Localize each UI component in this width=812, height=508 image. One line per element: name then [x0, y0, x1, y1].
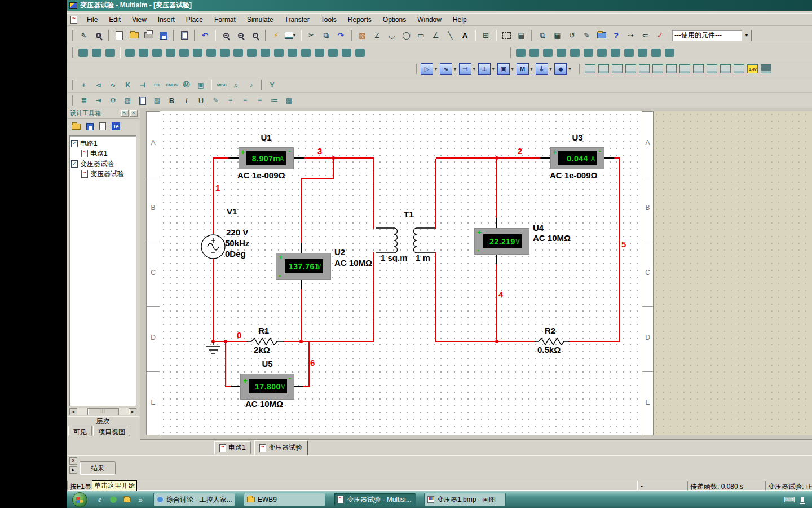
spreadsheet-icon[interactable]: ▦: [551, 29, 564, 41]
ie-icon[interactable]: e: [95, 495, 104, 504]
component-toolbar-icon[interactable]: [247, 49, 257, 57]
edit-symbol-icon[interactable]: ✎: [580, 29, 593, 41]
diode-icon[interactable]: ⊲: [92, 79, 105, 91]
multimeter-u2[interactable]: + - 137.761 V: [276, 253, 331, 280]
open-folder-icon[interactable]: [127, 29, 140, 41]
instrument-icon[interactable]: [639, 64, 650, 73]
menu-view[interactable]: View: [127, 14, 152, 25]
tab-circuit1[interactable]: 电路1: [214, 441, 251, 454]
component-toolbar-icon[interactable]: [193, 49, 202, 57]
new-document-icon[interactable]: [113, 29, 126, 41]
cut-icon[interactable]: ✂: [305, 29, 318, 41]
instrument-icon[interactable]: [585, 64, 595, 73]
taskbar-button-ewb9[interactable]: EWB9: [244, 493, 325, 506]
tree-item-circuit1-sheet[interactable]: 电路1: [71, 148, 135, 159]
align-center-icon[interactable]: ≡: [239, 95, 251, 107]
save-icon[interactable]: [157, 29, 170, 41]
clipboard-icon[interactable]: [136, 95, 149, 107]
help-icon[interactable]: ?: [610, 29, 623, 41]
virtual-toolbar-icon[interactable]: [597, 49, 607, 57]
list-icon[interactable]: ≔: [268, 95, 281, 107]
component-toolbar-icon[interactable]: [166, 49, 175, 57]
title-bar[interactable]: 变压器试验 - Multisim - [变压器试验]: [67, 0, 812, 11]
keyboard-icon[interactable]: ⌨: [784, 495, 795, 504]
menu-file[interactable]: File: [82, 14, 103, 25]
close-panel-button[interactable]: ×: [130, 110, 138, 117]
paragraph-icon[interactable]: ≣: [77, 95, 90, 107]
component-toolbar-icon[interactable]: [315, 49, 324, 57]
project-checkbox-icon[interactable]: [71, 160, 78, 168]
menu-place[interactable]: Place: [181, 14, 208, 25]
project-checkbox-icon[interactable]: [71, 140, 78, 147]
picture3-icon[interactable]: ▩: [283, 95, 295, 107]
copy-icon[interactable]: ⧉: [320, 29, 333, 41]
transistor-family-button[interactable]: ⊥: [478, 63, 491, 75]
tab-transformer-test[interactable]: 变压器试验: [254, 440, 307, 456]
menu-insert[interactable]: Insert: [153, 14, 180, 25]
diode2-icon[interactable]: ⊣: [136, 79, 149, 91]
cursor-icon[interactable]: ⇖: [77, 29, 90, 41]
dropdown-arrow-icon[interactable]: ▼: [742, 30, 751, 41]
virtual-toolbar-icon[interactable]: [529, 49, 539, 57]
multimeter-u4[interactable]: + - 22.219 V: [474, 228, 529, 255]
taskbar-button-forum[interactable]: 综合讨论 - 工控人家...: [153, 493, 235, 506]
component-toolbar-icon[interactable]: [179, 49, 189, 57]
menu-transfer[interactable]: Transfer: [280, 14, 315, 25]
paste-icon[interactable]: [178, 29, 191, 41]
box-icon[interactable]: ▣: [195, 79, 208, 91]
italic-icon[interactable]: I: [180, 95, 193, 107]
pin-button[interactable]: ⇱: [121, 110, 129, 117]
menu-format[interactable]: Format: [209, 14, 241, 25]
resistor-icon[interactable]: ∿: [107, 79, 120, 91]
picture2-icon[interactable]: ▨: [151, 95, 164, 107]
measurement-family-button[interactable]: ▣: [497, 63, 510, 75]
motor-icon[interactable]: Ⓜ: [180, 79, 193, 91]
new-sheet-icon[interactable]: [99, 122, 106, 130]
component-toolbar-icon[interactable]: [105, 49, 115, 57]
diode-family-button[interactable]: ⊣: [459, 63, 471, 75]
tree-item-transformer-test[interactable]: 变压器试验: [71, 159, 135, 169]
ellipse-icon[interactable]: ◯: [400, 29, 413, 41]
instrument-icon[interactable]: [707, 64, 717, 73]
virtual-toolbar-icon[interactable]: [624, 49, 634, 57]
component-toolbar-icon[interactable]: [152, 49, 162, 57]
misc-digital-icon[interactable]: ♪: [245, 79, 258, 91]
grapher-icon[interactable]: ▼: [284, 29, 297, 41]
instrument-icon[interactable]: [652, 64, 663, 73]
instrument-icon[interactable]: [625, 64, 636, 73]
tab-project-view[interactable]: 项目视图: [93, 426, 130, 436]
zoom-out-icon[interactable]: −: [234, 29, 247, 41]
virtual-toolbar-icon[interactable]: [516, 49, 526, 57]
multimeter-u3[interactable]: + - 0.044 A: [550, 147, 604, 169]
save-project-icon[interactable]: [86, 123, 94, 130]
design-toolbox-titlebar[interactable]: 设计工具箱 ⇱ ×: [67, 108, 139, 119]
toolbox-hscrollbar[interactable]: ◄ ||| ►: [69, 408, 136, 416]
virtual-toolbar-icon[interactable]: [611, 49, 620, 57]
virtual-toolbar-icon[interactable]: [557, 49, 566, 57]
expand-results-icon[interactable]: ▸: [69, 466, 77, 474]
text-icon[interactable]: A: [458, 29, 471, 41]
multimeter-u1[interactable]: + - 8.907m A: [239, 147, 294, 169]
virtual-toolbar-icon[interactable]: [651, 49, 661, 57]
rated-family-button[interactable]: ◆: [554, 63, 567, 75]
align-right-icon[interactable]: ≡: [253, 95, 266, 107]
select-rect-icon[interactable]: [500, 29, 513, 41]
line-icon[interactable]: ╲: [444, 29, 457, 41]
menu-window[interactable]: Window: [412, 14, 447, 25]
bold-icon[interactable]: B: [165, 95, 178, 107]
instrument-icon[interactable]: [612, 64, 623, 73]
multimeter-u5[interactable]: + - 17.800 V: [240, 374, 294, 400]
component-toolbar-icon[interactable]: [206, 49, 216, 57]
pen-icon[interactable]: ✎: [209, 95, 222, 107]
scroll-right-icon[interactable]: ►: [129, 408, 136, 415]
virtual-toolbar-icon[interactable]: [584, 49, 593, 57]
virtual-toolbar-icon[interactable]: [638, 49, 647, 57]
component-toolbar-icon[interactable]: [125, 49, 135, 57]
results-tab[interactable]: 结果: [80, 461, 116, 475]
te-icon[interactable]: Te: [112, 122, 120, 130]
component-toolbar-icon[interactable]: [301, 49, 311, 57]
component-toolbar-icon[interactable]: [233, 49, 243, 57]
tree-item-transformer-test-sheet[interactable]: 变压器试验: [71, 169, 135, 179]
group-icon[interactable]: ⊞: [479, 29, 492, 41]
rectangle-icon[interactable]: ▭: [414, 29, 427, 41]
